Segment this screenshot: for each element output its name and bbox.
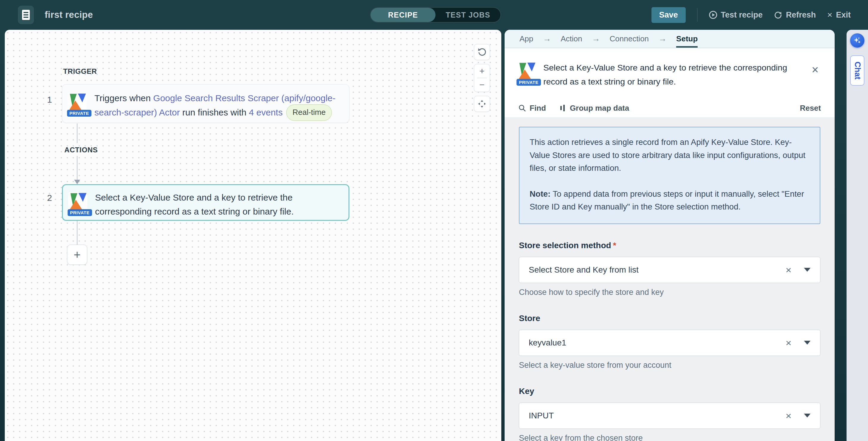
store-select[interactable]: keyvalue1 × — [519, 330, 820, 356]
connector-arrowhead — [74, 180, 80, 184]
key-label: Key — [519, 386, 820, 396]
required-asterisk: * — [613, 241, 616, 250]
key-select[interactable]: INPUT × — [519, 403, 820, 429]
tab-test-jobs[interactable]: TEST JOBS — [435, 8, 500, 22]
action-info-box: This action retrieves a single record fr… — [519, 127, 820, 224]
sparkles-icon — [853, 36, 862, 45]
search-icon — [518, 104, 526, 112]
tab-recipe[interactable]: RECIPE — [371, 8, 435, 22]
realtime-badge: Real-time — [286, 104, 332, 121]
apify-logo: PRIVATE — [68, 93, 87, 112]
reset-button[interactable]: Reset — [800, 104, 821, 113]
fit-view-icon — [477, 99, 487, 108]
clear-icon[interactable]: × — [785, 265, 792, 275]
store-label: Store — [519, 314, 820, 323]
recipe-document-icon — [18, 6, 34, 24]
info-paragraph: This action retrieves a single record fr… — [530, 136, 810, 175]
breadcrumb-action[interactable]: Action — [561, 30, 582, 47]
zoom-buttons: + − — [474, 64, 490, 92]
group-map-data-icon — [560, 104, 566, 112]
close-icon: × — [827, 10, 833, 20]
close-panel-icon[interactable]: × — [812, 64, 818, 76]
refresh-icon — [774, 11, 782, 19]
breadcrumb: App → Action → Connection → Setup — [505, 30, 835, 48]
chevron-down-icon[interactable] — [804, 341, 810, 345]
connector-line — [77, 221, 78, 245]
zoom-in-button[interactable]: + — [474, 64, 490, 78]
panel-title: Select a Key-Value Store and a key to re… — [543, 61, 802, 89]
panel-header: PRIVATE Select a Key-Value Store and a k… — [505, 48, 835, 99]
clear-icon[interactable]: × — [785, 338, 792, 348]
trigger-step-card[interactable]: PRIVATE Triggers when Google Search Resu… — [62, 84, 349, 123]
topbar-divider — [697, 8, 698, 22]
canvas-zoom-controls: + − — [474, 44, 490, 112]
right-rail: Chat — [846, 30, 868, 441]
connector-line — [77, 156, 78, 180]
topbar: first recipe RECIPE TEST JOBS Save Test … — [0, 0, 868, 30]
play-circle-icon — [709, 11, 717, 19]
clear-icon[interactable]: × — [785, 411, 792, 421]
fit-view-button[interactable] — [474, 96, 490, 112]
action-step-description: Select a Key-Value Store and a key to re… — [87, 185, 348, 220]
events-link[interactable]: 4 events — [249, 107, 283, 117]
step-number-2: 2 — [47, 193, 52, 203]
store-helper: Select a key-value store from your accou… — [519, 361, 820, 370]
plus-icon: + — [73, 248, 81, 262]
chat-tab[interactable]: Chat — [850, 55, 864, 86]
chevron-down-icon[interactable] — [804, 414, 810, 417]
select-value: INPUT — [529, 411, 554, 420]
apify-logo: PRIVATE — [517, 62, 536, 81]
save-button[interactable]: Save — [651, 7, 686, 23]
config-panel: App → Action → Connection → Setup PRIVAT… — [505, 30, 835, 441]
breadcrumb-arrow-icon: → — [592, 30, 600, 47]
breadcrumb-arrow-icon: → — [543, 30, 551, 47]
panel-toolbar: Find Group map data Reset — [505, 99, 835, 117]
recipe-canvas: TRIGGER 1 PRIVATE Triggers when Google S… — [5, 30, 501, 441]
refresh-button[interactable]: Refresh — [774, 10, 816, 20]
store-selection-method-select[interactable]: Select Store and Key from list × — [519, 257, 820, 283]
recipe-testjobs-toggle: RECIPE TEST JOBS — [370, 7, 501, 23]
actions-section-label: ACTIONS — [64, 146, 98, 154]
private-badge: PRIVATE — [68, 209, 92, 216]
key-helper: Select a key from the chosen store — [519, 434, 820, 441]
trigger-step-description: Triggers when Google Search Results Scra… — [87, 84, 349, 123]
action-step-card[interactable]: PRIVATE Select a Key-Value Store and a k… — [62, 184, 349, 221]
info-note: Note: To append data from previous steps… — [530, 188, 810, 213]
group-map-data-button[interactable]: Group map data — [560, 104, 629, 113]
private-badge: PRIVATE — [517, 79, 541, 86]
private-badge: PRIVATE — [67, 110, 91, 117]
breadcrumb-arrow-icon: → — [658, 30, 666, 47]
recipe-title: first recipe — [45, 9, 93, 20]
chevron-down-icon[interactable] — [804, 268, 810, 272]
add-step-button[interactable]: + — [67, 245, 87, 265]
step-number-1: 1 — [47, 95, 52, 105]
store-selection-method-label: Store selection method* — [519, 241, 820, 250]
trigger-section-label: TRIGGER — [63, 67, 97, 76]
test-recipe-button[interactable]: Test recipe — [709, 10, 763, 20]
reset-view-button[interactable] — [474, 44, 490, 60]
reset-view-icon — [477, 47, 487, 57]
exit-button[interactable]: × Exit — [827, 10, 851, 20]
store-selection-method-helper: Choose how to specify the store and key — [519, 288, 820, 297]
ai-assistant-button[interactable] — [850, 33, 864, 47]
breadcrumb-app[interactable]: App — [520, 30, 533, 47]
breadcrumb-connection[interactable]: Connection — [610, 30, 649, 47]
connector-line — [77, 124, 78, 143]
breadcrumb-setup[interactable]: Setup — [676, 30, 698, 47]
minus-icon: − — [479, 80, 485, 90]
zoom-out-button[interactable]: − — [474, 78, 490, 92]
select-value: keyvalue1 — [529, 338, 566, 347]
find-button[interactable]: Find — [518, 104, 546, 113]
apify-logo: PRIVATE — [68, 192, 87, 211]
setup-form: This action retrieves a single record fr… — [505, 117, 835, 441]
select-value: Select Store and Key from list — [529, 265, 639, 275]
plus-icon: + — [479, 66, 485, 76]
